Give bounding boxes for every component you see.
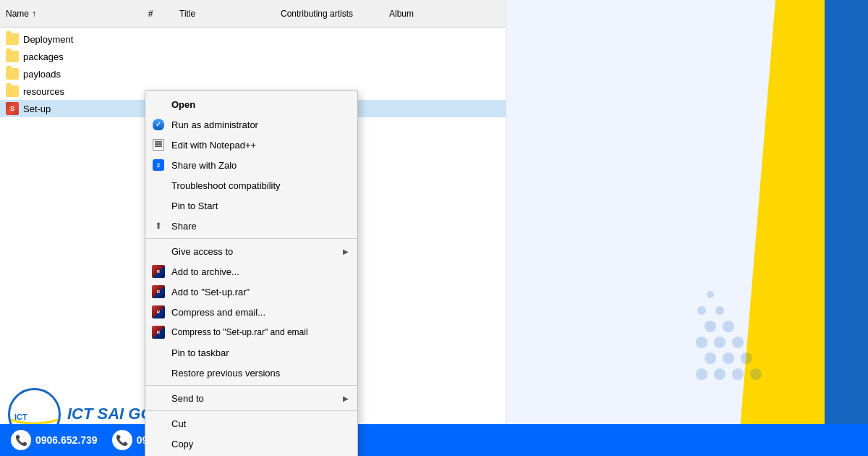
menu-item-give-access[interactable]: Give access to ▶ [145, 241, 357, 261]
rar-icon-2: R [151, 284, 166, 299]
rar-icon-1: R [151, 264, 166, 279]
col-title-header[interactable]: Title [179, 9, 266, 19]
context-menu: Open ✓ Run as administrator Edit with No… [145, 90, 358, 456]
copy-icon [151, 436, 166, 451]
zalo-icon: Z [151, 158, 166, 172]
list-item[interactable]: packages [0, 48, 506, 65]
menu-item-share[interactable]: ⬆ Share [145, 216, 357, 236]
pin-start-icon [151, 198, 166, 213]
phone2-icon: 📞 [112, 430, 132, 450]
restore-icon [151, 366, 166, 380]
svg-point-11 [723, 321, 734, 332]
send-to-icon [151, 391, 166, 405]
menu-item-restore-versions[interactable]: Restore previous versions [145, 363, 357, 383]
menu-item-compress-setup-email[interactable]: R Compress to "Set-up.rar" and email [145, 322, 357, 342]
col-album-header[interactable]: Album [389, 9, 461, 19]
svg-point-12 [697, 306, 706, 315]
share-icon: ⬆ [151, 219, 166, 233]
svg-point-10 [705, 321, 716, 332]
rar-icon-3: R [151, 305, 166, 319]
give-access-icon [151, 244, 166, 258]
folder-icon [6, 85, 19, 97]
menu-item-add-setup-rar[interactable]: R Add to "Set-up.rar" [145, 282, 357, 302]
svg-text:ICT: ICT [14, 413, 27, 421]
cut-icon [151, 416, 166, 431]
folder-icon [6, 33, 19, 45]
svg-point-1 [714, 368, 726, 380]
col-artists-header[interactable]: Contributing artists [281, 9, 375, 19]
svg-point-9 [732, 337, 744, 348]
phone1-number: 0906.652.739 [35, 434, 98, 446]
phone1-item: 📞 0906.652.739 [11, 430, 98, 450]
hex-pattern [687, 251, 817, 398]
menu-item-send-to[interactable]: Send to ▶ [145, 388, 357, 408]
svg-point-2 [732, 368, 744, 380]
decorative-background [506, 0, 868, 456]
menu-item-troubleshoot[interactable]: Troubleshoot compatibility [145, 175, 357, 195]
notepad-icon [151, 138, 166, 152]
svg-point-13 [715, 306, 724, 315]
svg-point-7 [696, 337, 707, 348]
list-item[interactable]: payloads [0, 65, 506, 83]
svg-point-5 [723, 352, 734, 364]
menu-separator-2 [145, 385, 357, 386]
setup-file-icon: S [6, 102, 19, 115]
menu-separator-3 [145, 410, 357, 411]
menu-item-copy[interactable]: Copy [145, 434, 357, 454]
col-name-header[interactable]: Name ↑ [6, 9, 122, 19]
svg-point-4 [705, 352, 716, 364]
svg-point-14 [707, 291, 714, 298]
shield-icon: ✓ [151, 117, 166, 132]
submenu-arrow: ▶ [343, 248, 349, 256]
open-icon [151, 97, 166, 111]
menu-item-pin-start[interactable]: Pin to Start [145, 195, 357, 216]
folder-icon [6, 51, 19, 62]
svg-point-8 [714, 337, 726, 348]
menu-item-add-archive[interactable]: R Add to archive... [145, 261, 357, 282]
list-item[interactable]: Deployment [0, 30, 506, 48]
folder-icon [6, 68, 19, 80]
menu-separator-1 [145, 238, 357, 239]
contact-bar: 📞 0906.652.739 📞 0938.928.258 🌐 ictsaigo… [0, 424, 868, 456]
menu-item-pin-taskbar[interactable]: Pin to taskbar [145, 342, 357, 363]
menu-item-compress-email[interactable]: R Compress and email... [145, 302, 357, 322]
menu-item-cut[interactable]: Cut [145, 413, 357, 434]
menu-item-edit-notepad[interactable]: Edit with Notepad++ [145, 135, 357, 155]
menu-item-run-admin[interactable]: ✓ Run as administrator [145, 114, 357, 135]
submenu-arrow-2: ▶ [343, 394, 349, 402]
menu-item-open[interactable]: Open [145, 94, 357, 114]
troubleshoot-icon [151, 178, 166, 193]
svg-point-3 [750, 368, 762, 380]
phone1-icon: 📞 [11, 430, 31, 450]
svg-point-6 [741, 352, 752, 364]
menu-item-share-zalo[interactable]: Z Share with Zalo [145, 155, 357, 175]
rar-icon-4: R [151, 325, 166, 339]
column-headers: Name ↑ # Title Contributing artists Albu… [0, 0, 506, 28]
col-hash-header[interactable]: # [136, 9, 165, 19]
pin-taskbar-icon [151, 345, 166, 360]
svg-point-0 [696, 368, 707, 380]
